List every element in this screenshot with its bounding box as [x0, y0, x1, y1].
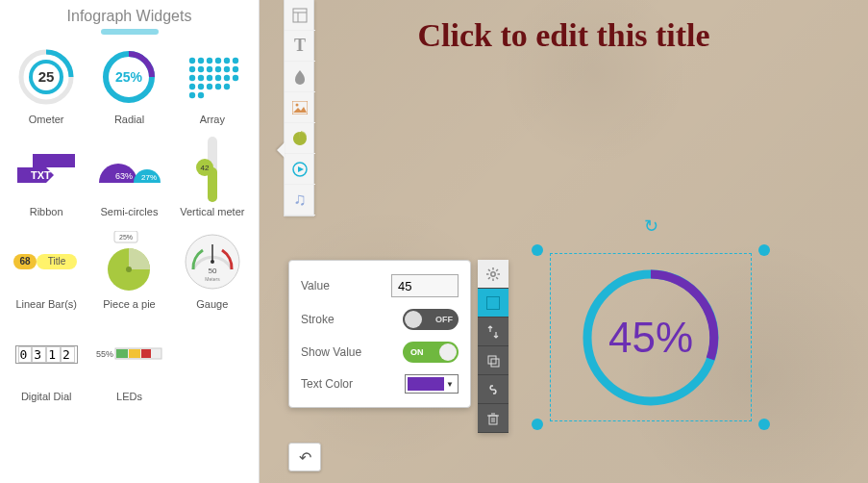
panel-title: Infograph Widgets [8, 8, 251, 35]
svg-point-20 [207, 75, 212, 81]
svg-point-25 [198, 84, 204, 89]
mini-toolbar [478, 260, 508, 433]
tool-video[interactable] [285, 154, 315, 185]
prop-value-input[interactable] [391, 274, 459, 297]
resize-handle-tl[interactable] [532, 244, 543, 256]
prop-value-label: Value [301, 279, 330, 292]
svg-text:25%: 25% [115, 69, 143, 85]
svg-point-63 [296, 103, 299, 106]
leds-icon: 55% [94, 319, 163, 389]
canvas[interactable]: T ♫ Click to edit this title Value Strok… [260, 0, 868, 483]
svg-rect-75 [488, 356, 496, 364]
widget-digital-dial[interactable]: 0312 Digital Dial [8, 319, 85, 402]
array-label: Array [200, 114, 225, 125]
mini-color[interactable] [478, 289, 508, 318]
svg-text:63%: 63% [115, 171, 133, 181]
toolbar-collapse-handle[interactable] [277, 142, 285, 158]
selection-box[interactable]: ↻ 45% [550, 253, 752, 421]
rotate-handle[interactable]: ↻ [644, 216, 658, 237]
linear-icon: 68 Title [12, 227, 81, 296]
prop-show-value-toggle[interactable]: ON [403, 342, 459, 363]
svg-point-7 [198, 58, 204, 64]
svg-point-8 [207, 58, 212, 64]
resize-handle-tr[interactable] [758, 244, 770, 256]
undo-button[interactable]: ↶ [288, 443, 321, 471]
widget-vertical-meter[interactable]: 42 Vertical meter [174, 135, 251, 217]
radial-label: Radial [114, 114, 144, 125]
tool-music[interactable]: ♫ [285, 185, 315, 216]
digital-label: Digital Dial [21, 391, 72, 402]
tool-droplet[interactable] [285, 62, 315, 92]
svg-rect-59 [293, 9, 307, 22]
svg-point-24 [189, 84, 195, 89]
gauge-icon: 50 Meters [178, 227, 247, 296]
array-icon [178, 42, 247, 112]
svg-text:27%: 27% [141, 173, 157, 182]
svg-point-6 [189, 58, 195, 64]
svg-marker-65 [298, 166, 304, 172]
widget-ribbon[interactable]: TXT Ribbon [8, 135, 85, 217]
radial-value-text: 45% [608, 314, 693, 362]
pie-icon: 25% [94, 227, 163, 296]
widget-radial[interactable]: 25% Radial [90, 42, 167, 125]
leds-label: LEDs [116, 391, 142, 402]
tool-layout[interactable] [285, 0, 315, 31]
radial-icon: 25% [94, 42, 163, 112]
svg-text:25%: 25% [119, 234, 133, 241]
svg-line-74 [496, 269, 498, 271]
svg-point-23 [233, 75, 238, 81]
svg-point-11 [233, 58, 238, 64]
prop-stroke-toggle[interactable]: OFF [403, 309, 459, 330]
mini-link[interactable] [478, 375, 508, 404]
svg-point-30 [198, 92, 204, 98]
widget-array[interactable]: Array [174, 42, 251, 125]
tool-image[interactable] [285, 92, 315, 123]
ribbon-icon: TXT [12, 135, 81, 204]
tool-text[interactable]: T [285, 31, 315, 62]
svg-point-22 [224, 75, 230, 81]
svg-text:55%: 55% [96, 349, 113, 359]
svg-rect-58 [141, 349, 151, 358]
ometer-label: Ometer [29, 114, 64, 125]
widget-ometer[interactable]: 25 Ometer [8, 42, 85, 125]
widget-semi-circles[interactable]: 63% 27% Semi-circles [90, 135, 167, 217]
gauge-label: Gauge [196, 298, 228, 310]
prop-show-value-label: Show Value [301, 345, 361, 359]
digital-icon: 0312 [12, 319, 81, 389]
vertical-toolbar: T ♫ [284, 0, 314, 216]
resize-handle-bl[interactable] [532, 419, 543, 430]
tool-chart[interactable] [285, 123, 315, 154]
prop-stroke-label: Stroke [301, 313, 335, 326]
pie-label: Piece a pie [103, 298, 155, 310]
semi-icon: 63% 27% [94, 135, 163, 204]
svg-rect-76 [491, 359, 499, 367]
svg-text:50: 50 [208, 267, 216, 275]
widget-linear-bars[interactable]: 68 Title Linear Bar(s) [8, 227, 85, 310]
svg-rect-57 [129, 349, 140, 358]
svg-point-26 [207, 84, 212, 89]
svg-point-13 [198, 66, 204, 72]
widget-gauge[interactable]: 50 Meters Gauge [174, 227, 251, 310]
svg-point-12 [189, 66, 195, 72]
svg-point-15 [215, 66, 221, 72]
svg-point-16 [224, 66, 230, 72]
vmeter-label: Vertical meter [180, 206, 244, 217]
mini-duplicate[interactable] [478, 346, 508, 375]
svg-rect-31 [33, 154, 75, 167]
properties-panel: Value Stroke OFF Show Value ON Text Colo… [288, 260, 471, 408]
widget-piece-a-pie[interactable]: 25% Piece a pie [90, 227, 167, 310]
svg-point-29 [189, 92, 195, 98]
mini-settings[interactable] [478, 260, 508, 289]
widget-leds[interactable]: 55% LEDs [90, 319, 167, 402]
mini-delete[interactable] [478, 404, 508, 433]
widgets-panel: Infograph Widgets 25 Ometer 25% [0, 0, 260, 483]
resize-handle-br[interactable] [758, 419, 770, 430]
canvas-title[interactable]: Click to edit this title [417, 17, 709, 54]
radial-widget-instance[interactable]: 45% [574, 261, 728, 415]
mini-arrange[interactable] [478, 318, 508, 346]
prop-text-color-picker[interactable]: ▼ [405, 374, 459, 394]
svg-point-9 [215, 58, 221, 64]
svg-text:42: 42 [200, 164, 209, 172]
svg-point-18 [189, 75, 195, 81]
svg-point-19 [198, 75, 204, 81]
